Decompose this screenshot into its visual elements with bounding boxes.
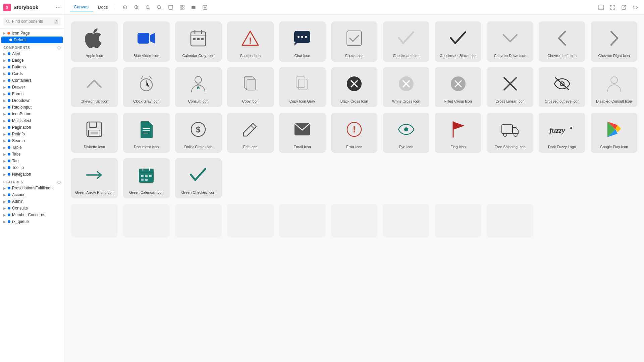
apple-icon-card[interactable]: Apple Icon [71,21,118,62]
sidebar-item-containers[interactable]: ▶Containers [0,77,64,84]
sidebar-item-navigation[interactable]: ▶Navigation [0,171,64,178]
sidebar-item-table[interactable]: ▶Table [0,144,64,151]
component-view-icon[interactable] [166,3,175,12]
chevron-right-icon-card[interactable]: Chevron Right Icon [591,21,637,62]
partial-icon-card-5[interactable] [279,204,326,237]
calendar-gray-icon-card[interactable]: Calendar Gray Icon [175,21,222,62]
green-checked-icon-card[interactable]: Green Checked Icon [175,158,222,198]
check-icon-card[interactable]: Check Icon [331,21,378,62]
google-play-icon-card[interactable]: Google Play Icon [591,113,637,153]
sidebar-item-buttons[interactable]: ▶Buttons [0,64,64,70]
checkmark-black-icon-card[interactable]: Checkmark Black Icon [435,21,481,62]
sidebar-item-tag[interactable]: ▶Tag [0,158,64,164]
sidebar-item-badge[interactable]: ▶Badge [0,57,64,64]
sidebar-item-radioinput[interactable]: ▶RadioInput [0,104,64,111]
panel-toggle-icon[interactable] [596,3,606,12]
sidebar-item-rx-queue[interactable]: ▶rx_queue [0,218,64,225]
caution-icon-card[interactable]: ! Caution Icon [227,21,274,62]
svg-text:!: ! [353,124,356,134]
sidebar-item-drawer[interactable]: ▶Drawer [0,84,64,90]
partial-icon-card-8[interactable] [435,204,481,237]
eye-crossed-icon-card[interactable]: Crossed out eye icon [539,67,585,107]
sidebar-item-prescriptions[interactable]: ▶PrescriptionsFulfillment [0,185,64,191]
chevron-down-icon-card[interactable]: Chevron Down Icon [487,21,533,62]
partial-icon-card-9[interactable] [487,204,533,237]
svg-point-42 [611,77,618,83]
open-new-icon[interactable] [619,3,629,12]
eye-icon-card[interactable]: Eye Icon [383,113,429,153]
sidebar-item-consults[interactable]: ▶Consults [0,205,64,212]
reload-icon[interactable] [120,3,130,12]
zoom-out-icon[interactable] [143,3,153,12]
fullscreen-icon[interactable] [608,3,617,12]
free-shipping-icon-card[interactable]: Free Shipping Icon [487,113,533,153]
email-icon-card[interactable]: Email Icon [279,113,326,153]
expand-icon[interactable] [200,3,210,12]
dark-fuzzy-logo-card[interactable]: fuzzy✦ Dark Fuzzy Logo [539,113,585,153]
canvas-tab[interactable]: Canvas [70,3,93,11]
sidebar-item-alert[interactable]: ▶Alert [0,50,64,57]
sidebar-item-cards[interactable]: ▶Cards [0,70,64,77]
sidebar-item-multiselect[interactable]: ▶Multiselect [0,117,64,124]
green-calendar-icon-card[interactable]: Green Calendar Icon [123,158,170,198]
sidebar-item-tooltip[interactable]: ▶Tooltip [0,164,64,171]
white-cross-icon-card[interactable]: White Cross Icon [383,67,429,107]
search-icon [6,19,10,23]
zoom-in-icon[interactable] [132,3,141,12]
copy-icon-gray-card[interactable]: Copy Icon Gray [279,67,326,107]
sidebar-item-search[interactable]: ▶Search [0,137,64,144]
arrow-right-green-icon-card[interactable]: Green Arrow Right Icon [71,158,118,198]
section-settings-icon[interactable] [57,46,61,50]
document-icon-card[interactable]: Document Icon [123,113,170,153]
chevron-left-icon-card[interactable]: Chevron Left Icon [539,21,585,62]
cross-linear-icon-card[interactable]: Cross Linear Icon [487,67,533,107]
sidebar-item-forms[interactable]: ▶Forms [0,90,64,97]
sidebar-item-icon-page[interactable]: ▶ Icon Page [0,30,64,37]
svg-rect-19 [193,38,196,40]
sidebar-item-admin[interactable]: ▶Admin [0,198,64,205]
svg-point-14 [58,47,60,49]
partial-icon-card-3[interactable] [175,204,222,237]
layout-icon[interactable] [189,3,198,12]
sidebar-item-pagination[interactable]: ▶Pagination [0,124,64,131]
edit-code-icon[interactable] [631,3,640,12]
more-menu-button[interactable]: ··· [56,4,61,11]
chevron-up-icon-card[interactable]: Chevron Up Icon [71,67,118,107]
checkmark-icon-card[interactable]: Checkmark Icon [383,21,429,62]
icon-label: Flag Icon [450,145,466,149]
apple-icon [84,28,104,48]
flag-icon-card[interactable]: Flag Icon [435,113,481,153]
grid-view-icon[interactable] [177,3,187,12]
icon-label: Caution Icon [240,54,261,58]
sidebar-item-dropdown[interactable]: ▶Dropdown [0,97,64,104]
error-icon-card[interactable]: ! Error Icon [331,113,378,153]
sidebar-item-tabs[interactable]: ▶Tabs [0,151,64,158]
chat-icon-card[interactable]: Chat Icon [279,21,326,62]
edit-icon-card[interactable]: Edit Icon [227,113,274,153]
svg-rect-46 [91,132,98,134]
sidebar-item-default[interactable]: Default [1,37,63,43]
zoom-reset-icon[interactable] [155,3,164,12]
disabled-consult-icon-card[interactable]: Disabled Consult Icon [591,67,637,107]
consult-icon-card[interactable]: Consult Icon [175,67,222,107]
partial-icon-card-6[interactable] [331,204,378,237]
sidebar-item-iconbutton[interactable]: ▶IconButton [0,111,64,117]
partial-icon-card-4[interactable] [227,204,274,237]
blue-video-icon-card[interactable]: Blue Video Icon [123,21,170,62]
sidebar-item-member-concerns[interactable]: ▶Member Concerns [0,212,64,218]
section-settings-icon2[interactable] [57,181,61,184]
find-components-search[interactable]: Find components / [3,17,61,25]
storybook-logo[interactable]: S Storybook [3,4,38,11]
docs-tab[interactable]: Docs [94,3,112,11]
diskette-icon-card[interactable]: Diskette Icon [71,113,118,153]
dollar-circle-icon-card[interactable]: $ Dollar Circle Icon [175,113,222,153]
partial-icon-card-7[interactable] [383,204,429,237]
filled-cross-icon-card[interactable]: Filled Cross Icon [435,67,481,107]
clock-gray-icon-card[interactable]: Clock Gray Icon [123,67,170,107]
partial-icon-card-1[interactable] [71,204,118,237]
sidebar-item-petinfo[interactable]: ▶PetInfo [0,131,64,137]
partial-icon-card-2[interactable] [123,204,170,237]
black-cross-icon-card[interactable]: Black Cross Icon [331,67,378,107]
sidebar-item-account[interactable]: ▶Account [0,191,64,198]
copy-icon-card[interactable]: Copy Icon [227,67,274,107]
